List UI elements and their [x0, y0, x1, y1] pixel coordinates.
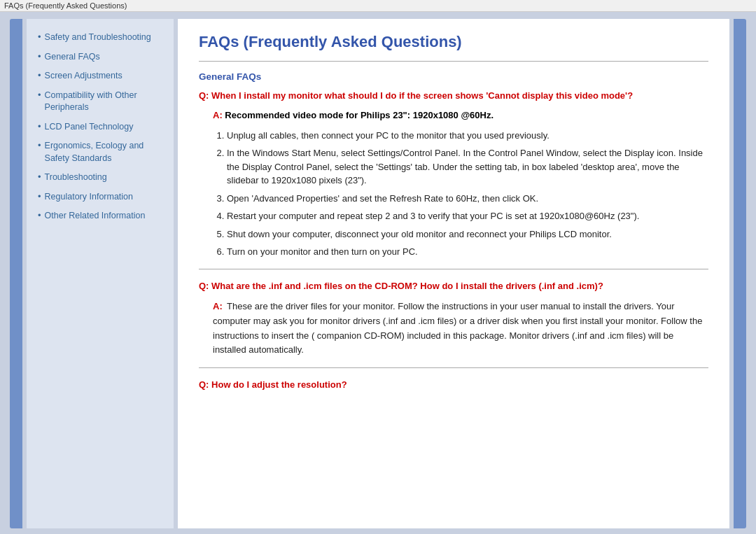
sidebar-item: Screen Adjustments — [38, 70, 165, 83]
sidebar-link[interactable]: Screen Adjustments — [45, 70, 122, 83]
section-title: General FAQs — [199, 71, 708, 82]
answer-2-text: These are the driver files for your moni… — [213, 301, 702, 355]
steps-list: Unplug all cables, then connect your PC … — [227, 129, 708, 259]
sidebar-link[interactable]: LCD Panel Technology — [45, 121, 134, 134]
answer-1-a-label: A: — [213, 110, 223, 120]
step-item: Open 'Advanced Properties' and set the R… — [227, 192, 708, 206]
sidebar-link[interactable]: Compatibility with Other Peripherals — [45, 90, 165, 114]
sidebar-nav: Safety and TroubleshootingGeneral FAQsSc… — [38, 31, 165, 223]
sidebar-link[interactable]: General FAQs — [45, 51, 100, 64]
right-accent-bar — [734, 19, 746, 528]
sidebar-item: Compatibility with Other Peripherals — [38, 90, 165, 114]
answer-1-text: Recommended video mode for Philips 23": … — [225, 110, 493, 120]
main-content: FAQs (Frequently Asked Questions) Genera… — [178, 19, 729, 528]
step-item: In the Windows Start Menu, select Settin… — [227, 146, 708, 188]
sidebar-link[interactable]: Safety and Troubleshooting — [45, 31, 151, 44]
page-title: FAQs (Frequently Asked Questions) — [199, 33, 708, 51]
sidebar-item: Safety and Troubleshooting — [38, 31, 165, 44]
divider-3 — [199, 367, 708, 368]
answer-1-label: A: Recommended video mode for Philips 23… — [213, 110, 708, 120]
left-accent-bar — [10, 19, 22, 528]
answer-2-a-label: A: — [213, 301, 223, 311]
question-3: Q: How do I adjust the resolution? — [199, 378, 708, 392]
sidebar-link[interactable]: Ergonomics, Ecology and Safety Standards — [45, 140, 165, 164]
sidebar-item: Ergonomics, Ecology and Safety Standards — [38, 140, 165, 164]
outer-wrapper: Safety and TroubleshootingGeneral FAQsSc… — [0, 12, 756, 534]
sidebar-link[interactable]: Troubleshooting — [45, 171, 107, 184]
step-item: Shut down your computer, disconnect your… — [227, 227, 708, 241]
sidebar-item: General FAQs — [38, 51, 165, 64]
sidebar-item: Troubleshooting — [38, 171, 165, 184]
sidebar-item: Regulatory Information — [38, 191, 165, 204]
sidebar-link[interactable]: Other Related Information — [45, 210, 146, 223]
question-1: Q: When I install my monitor what should… — [199, 89, 708, 103]
divider-2 — [199, 269, 708, 269]
step-item: Unplug all cables, then connect your PC … — [227, 129, 708, 143]
step-item: Turn on your monitor and then turn on yo… — [227, 245, 708, 259]
sidebar-item: LCD Panel Technology — [38, 121, 165, 134]
title-bar-text: FAQs (Frequently Asked Questions) — [4, 1, 127, 10]
answer-2-paragraph: A: These are the driver files for your m… — [213, 300, 708, 358]
step-item: Restart your computer and repeat step 2 … — [227, 209, 708, 223]
divider-1 — [199, 61, 708, 62]
sidebar-link[interactable]: Regulatory Information — [45, 191, 133, 204]
sidebar: Safety and TroubleshootingGeneral FAQsSc… — [27, 19, 174, 528]
title-bar: FAQs (Frequently Asked Questions) — [0, 0, 756, 12]
sidebar-item: Other Related Information — [38, 210, 165, 223]
question-2: Q: What are the .inf and .icm files on t… — [199, 279, 708, 293]
